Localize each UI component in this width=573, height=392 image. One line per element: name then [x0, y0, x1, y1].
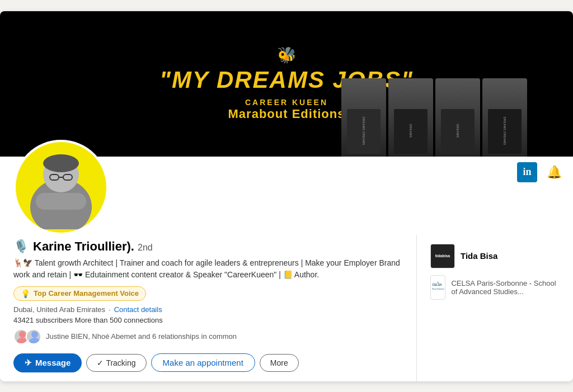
- mutual-connections-row: Justine BIEN, Nhoé Abemet and 6 relation…: [13, 329, 403, 344]
- message-button[interactable]: ✈ Message: [13, 353, 82, 372]
- degree-badge: 2nd: [138, 243, 153, 252]
- figure-2: DREAMS: [388, 78, 433, 157]
- top-voice-badge: 💡 Top Career Management Voice: [13, 286, 146, 301]
- profile-bio: 🦌🦅 Talent growth Architect | Trainer and…: [13, 257, 403, 281]
- figure-1: DREAMS DREAMS: [341, 78, 386, 157]
- mutual-avatars: [13, 329, 41, 344]
- school-name: CELSA Paris-Sorbonne - School of Advance…: [451, 279, 560, 296]
- school-row: CELSA Paris-Sorbonne CELSA Paris-Sorbonn…: [430, 275, 560, 300]
- linkedin-icon[interactable]: in: [517, 162, 537, 182]
- svg-point-7: [19, 331, 26, 338]
- profile-name: 🎙️ Karine Trioullier). 2nd: [13, 239, 403, 254]
- svg-rect-1: [36, 193, 86, 210]
- banner-subtitle-bottom: Marabout Editions: [228, 107, 345, 121]
- badge-icon: 💡: [21, 289, 30, 298]
- tida-logo: tidabisa: [430, 244, 455, 268]
- svg-point-3: [43, 154, 79, 172]
- avatar-circle: [13, 140, 109, 235]
- svg-text:CELSA: CELSA: [433, 283, 443, 286]
- more-button[interactable]: More: [260, 354, 299, 372]
- figure-4: DREAMS DREAMS: [482, 78, 527, 157]
- company-row: tidabisa Tida Bisa: [430, 244, 560, 268]
- profile-card: 🐝 "MY DREAMS JOBS" CAREER KUEEN Marabout…: [0, 11, 573, 381]
- location-text: Dubai, United Arab Emirates: [13, 305, 105, 314]
- svg-point-13: [437, 281, 439, 284]
- name-emoji: 🎙️: [13, 239, 29, 254]
- subscribers-row: 43421 subscribers More than 500 connecti…: [13, 316, 403, 324]
- banner-subtitle-top: CAREER KUEEN: [245, 98, 328, 107]
- action-buttons: ✈ Message ✓ Tracking Make an appointment…: [13, 353, 403, 372]
- school-info: CELSA Paris-Sorbonne - School of Advance…: [451, 279, 560, 296]
- mutual-avatar-2: [26, 329, 41, 344]
- mutual-text: Justine BIEN, Nhoé Abemet and 6 relation…: [46, 332, 237, 341]
- message-icon: ✈: [25, 358, 32, 368]
- profile-section: 🎙️ Karine Trioullier). 2nd 🦌🦅 Talent gro…: [0, 235, 573, 381]
- company-name: Tida Bisa: [461, 251, 497, 261]
- tracking-button[interactable]: ✓ Tracking: [86, 354, 146, 372]
- contact-details-link[interactable]: Contact details: [114, 305, 162, 314]
- svg-text:Paris-Sorbonne: Paris-Sorbonne: [432, 287, 444, 290]
- figure-3: DREAMS: [435, 78, 480, 157]
- svg-point-9: [31, 331, 38, 338]
- name-text: Karine Trioullier). 2nd: [33, 239, 153, 254]
- avatar-svg: [22, 145, 100, 229]
- check-icon: ✓: [97, 358, 104, 367]
- banner: 🐝 "MY DREAMS JOBS" CAREER KUEEN Marabout…: [0, 11, 573, 157]
- bio-emoji: 🦌🦅: [13, 258, 35, 267]
- banner-figures: DREAMS DREAMS DREAMS DREAMS DREAMS DREAM…: [340, 78, 528, 157]
- company-info: Tida Bisa: [461, 251, 497, 261]
- location-row: Dubai, United Arab Emirates · Contact de…: [13, 305, 403, 314]
- bell-icon[interactable]: 🔔: [544, 162, 564, 182]
- svg-point-10: [29, 338, 40, 344]
- celsa-logo: CELSA Paris-Sorbonne: [430, 275, 445, 300]
- profile-right: tidabisa Tida Bisa CELSA Paris-Sorbonne …: [416, 235, 573, 381]
- profile-left: 🎙️ Karine Trioullier). 2nd 🦌🦅 Talent gro…: [0, 235, 416, 381]
- appointment-button[interactable]: Make an appointment: [151, 353, 255, 372]
- avatar: [13, 140, 109, 235]
- banner-bee: 🐝: [277, 46, 297, 64]
- badge-label: Top Career Management Voice: [34, 289, 139, 297]
